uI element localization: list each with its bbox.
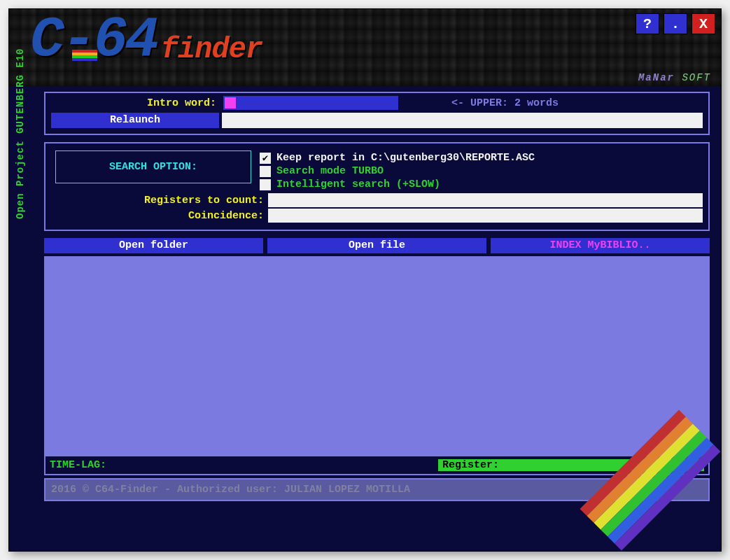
keep-report-label: Keep report in C:\gutenberg30\REPORTE.AS…: [276, 152, 535, 164]
intro-word-input[interactable]: [223, 96, 398, 110]
intro-hint: <- UPPER: 2 words: [451, 97, 559, 109]
search-option-panel: SEARCH OPTION: ✔ Keep report in C:\guten…: [44, 142, 710, 231]
results-area[interactable]: [44, 256, 710, 456]
turbo-checkbox[interactable]: Search mode TURBO: [260, 165, 703, 177]
text-cursor-icon: [225, 97, 236, 108]
checkbox-icon: [260, 166, 271, 177]
intro-panel: Intro word: <- UPPER: 2 words Relaunch: [44, 92, 710, 135]
checkbox-icon: [260, 179, 271, 190]
results-panel: Open folder Open file INDEX MyBIBLIO.. T…: [44, 238, 710, 475]
keep-report-checkbox[interactable]: ✔ Keep report in C:\gutenberg30\REPORTE.…: [260, 152, 703, 164]
app-window: C-64 finder MaNar SOFT ? . X Open Projec…: [8, 8, 722, 552]
checkbox-checked-icon: ✔: [260, 153, 271, 164]
timelag-label: TIME-LAG:: [50, 459, 438, 471]
rainbow-stripe-icon: [72, 50, 97, 61]
logo-finder: finder: [161, 33, 262, 66]
turbo-label: Search mode TURBO: [276, 165, 384, 177]
relaunch-input[interactable]: [222, 113, 703, 128]
relaunch-button[interactable]: Relaunch: [51, 113, 219, 128]
vendor-label: MaNar SOFT: [638, 72, 711, 83]
registers-label: Registers to count:: [51, 195, 268, 206]
coincidence-label: Coincidence:: [51, 210, 268, 222]
open-folder-button[interactable]: Open folder: [44, 238, 263, 253]
search-option-title: SEARCH OPTION:: [55, 150, 251, 183]
intelligent-checkbox[interactable]: Intelligent search (+SLOW): [260, 178, 703, 190]
intelligent-label: Intelligent search (+SLOW): [276, 178, 440, 190]
coincidence-input[interactable]: [268, 209, 703, 223]
open-file-button[interactable]: Open file: [267, 238, 486, 253]
logo-c64: C-64: [30, 16, 157, 65]
minimize-button[interactable]: .: [664, 13, 687, 34]
side-project-label: Open Project GUTENBERG E10: [15, 48, 26, 219]
intro-word-label: Intro word:: [51, 97, 219, 109]
close-button[interactable]: X: [692, 13, 715, 34]
help-button[interactable]: ?: [636, 13, 659, 34]
index-mybiblio-button[interactable]: INDEX MyBIBLIO..: [491, 238, 710, 253]
titlebar: C-64 finder MaNar SOFT ? . X: [9, 9, 721, 86]
app-logo: C-64 finder: [30, 16, 262, 65]
registers-input[interactable]: [268, 193, 703, 207]
